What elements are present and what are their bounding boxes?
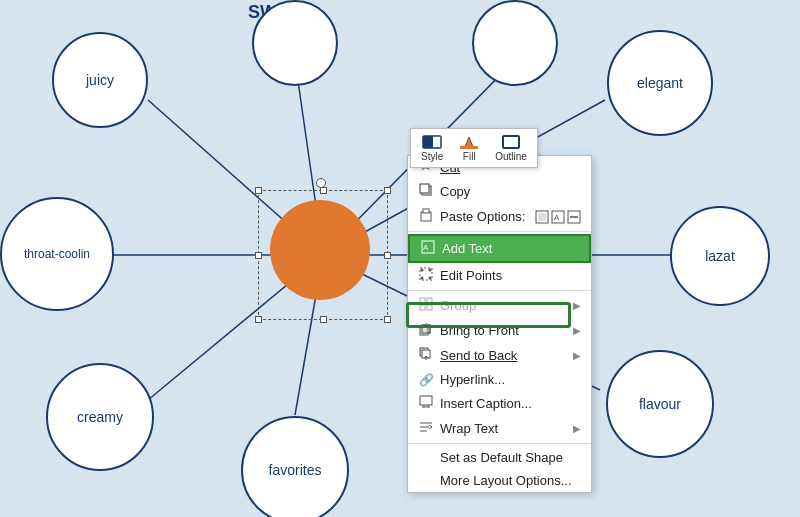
- svg-rect-31: [427, 298, 432, 303]
- svg-text:A: A: [554, 213, 560, 222]
- handle-ml[interactable]: [255, 252, 262, 259]
- add-text-icon: A: [420, 240, 436, 257]
- svg-rect-14: [420, 184, 429, 193]
- svg-point-27: [429, 269, 432, 272]
- svg-rect-11: [460, 146, 478, 149]
- edit-points-icon: [418, 267, 434, 284]
- style-icon: [422, 134, 442, 150]
- selection-box: [258, 190, 388, 320]
- menu-item-group[interactable]: Group ▶: [408, 293, 591, 318]
- menu-item-paste[interactable]: Paste Options: A: [408, 204, 591, 229]
- set-default-label: Set as Default Shape: [440, 450, 581, 465]
- handle-bl[interactable]: [255, 316, 262, 323]
- add-text-label: Add Text: [442, 241, 579, 256]
- menu-item-more-layout[interactable]: More Layout Options...: [408, 469, 591, 492]
- bring-to-front-icon: [418, 322, 434, 339]
- svg-point-26: [421, 269, 424, 272]
- circle-juicy: juicy: [52, 32, 148, 128]
- hyperlink-label: Hyperlink...: [440, 372, 581, 387]
- more-layout-label: More Layout Options...: [440, 473, 581, 488]
- mindmap-canvas: SWEET COLD juicy elegant throat-coolin l…: [0, 0, 800, 517]
- bring-to-front-arrow: ▶: [573, 325, 581, 336]
- outline-icon: [501, 134, 521, 150]
- handle-tm[interactable]: [320, 187, 327, 194]
- send-to-back-label: Send to Back: [440, 348, 567, 363]
- menu-item-bring-to-front[interactable]: Bring to Front ▶: [408, 318, 591, 343]
- handle-bm[interactable]: [320, 316, 327, 323]
- separator-3: [408, 443, 591, 444]
- send-to-back-arrow: ▶: [573, 350, 581, 361]
- handle-mr[interactable]: [384, 252, 391, 259]
- circle-sweet-top: [252, 0, 338, 86]
- send-to-back-icon: [418, 347, 434, 364]
- circle-elegant: elegant: [607, 30, 713, 136]
- menu-item-copy[interactable]: Copy: [408, 179, 591, 204]
- fill-button[interactable]: Fill: [455, 132, 483, 164]
- menu-item-add-text[interactable]: A Add Text: [408, 234, 591, 263]
- edit-points-label: Edit Points: [440, 268, 581, 283]
- svg-rect-39: [420, 396, 432, 405]
- outline-button[interactable]: Outline: [491, 132, 531, 164]
- circle-flavour: flavour: [606, 350, 714, 458]
- svg-text:A: A: [423, 243, 429, 252]
- circle-throat-coolin: throat-coolin: [0, 197, 114, 311]
- handle-tr[interactable]: [384, 187, 391, 194]
- menu-item-hyperlink[interactable]: 🔗 Hyperlink...: [408, 368, 591, 391]
- bring-to-front-label: Bring to Front: [440, 323, 567, 338]
- menu-item-insert-caption[interactable]: Insert Caption...: [408, 391, 591, 416]
- separator-2: [408, 290, 591, 291]
- rotate-handle[interactable]: [316, 178, 326, 188]
- svg-rect-33: [427, 305, 432, 310]
- handle-br[interactable]: [384, 316, 391, 323]
- circle-creamy: creamy: [46, 363, 154, 471]
- svg-rect-12: [503, 136, 519, 148]
- svg-point-28: [421, 277, 424, 280]
- circle-cold-top: [472, 0, 558, 86]
- menu-item-set-default[interactable]: Set as Default Shape: [408, 446, 591, 469]
- group-label: Group: [440, 298, 567, 313]
- circle-favorites: favorites: [241, 416, 349, 517]
- wrap-text-arrow: ▶: [573, 423, 581, 434]
- group-icon: [418, 297, 434, 314]
- style-button[interactable]: Style: [417, 132, 447, 164]
- menu-item-send-to-back[interactable]: Send to Back ▶: [408, 343, 591, 368]
- copy-icon: [418, 183, 434, 200]
- wrap-text-label: Wrap Text: [440, 421, 567, 436]
- copy-label: Copy: [440, 184, 581, 199]
- wrap-text-icon: [418, 420, 434, 437]
- svg-point-29: [429, 277, 432, 280]
- hyperlink-icon: 🔗: [418, 373, 434, 387]
- svg-rect-18: [538, 213, 546, 221]
- paste-icon: [418, 208, 434, 225]
- separator-1: [408, 231, 591, 232]
- mini-toolbar: Style Fill Outline: [410, 128, 538, 168]
- context-menu: ✂ Cut Copy Paste Options: A A Add Text: [407, 155, 592, 493]
- group-arrow: ▶: [573, 300, 581, 311]
- svg-rect-30: [420, 298, 425, 303]
- svg-rect-10: [423, 136, 433, 148]
- insert-caption-label: Insert Caption...: [440, 396, 581, 411]
- svg-rect-35: [420, 327, 428, 335]
- circle-lazat: lazat: [670, 206, 770, 306]
- paste-label: Paste Options:: [440, 209, 525, 224]
- svg-rect-16: [423, 209, 429, 213]
- fill-icon: [459, 134, 479, 150]
- menu-item-wrap-text[interactable]: Wrap Text ▶: [408, 416, 591, 441]
- insert-caption-icon: [418, 395, 434, 412]
- menu-item-edit-points[interactable]: Edit Points: [408, 263, 591, 288]
- handle-tl[interactable]: [255, 187, 262, 194]
- svg-rect-32: [420, 305, 425, 310]
